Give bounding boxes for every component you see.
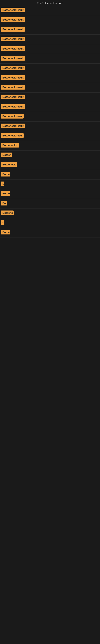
bottleneck-badge[interactable]: Bottleneck result [1, 17, 25, 22]
result-row: Bottleneck result [0, 44, 100, 54]
result-row: B [0, 180, 100, 189]
result-row: Bottle [0, 189, 100, 199]
result-row: Bottleneck result [0, 73, 100, 83]
site-title-container: TheBottlenecker.com [0, 0, 100, 6]
bottleneck-badge[interactable]: Bottleneck result [1, 104, 25, 109]
bottleneck-badge[interactable]: Bottleneck result [1, 75, 25, 80]
result-row: Bottleneck resu [0, 131, 100, 141]
result-row: Bottleneck r [0, 141, 100, 150]
bottleneck-badge[interactable]: Bottlens [1, 210, 14, 215]
result-row: Bottleneck result [0, 92, 100, 102]
bottleneck-badge[interactable]: Bottle [1, 191, 10, 196]
result-row: Bottlen [0, 150, 100, 160]
bottleneck-badge[interactable]: Bottleneck result [1, 37, 25, 41]
result-row: Bottleneck result [0, 122, 100, 131]
bottleneck-badge[interactable]: Bott [1, 201, 7, 206]
bottleneck-badge[interactable]: Bottleneck result [1, 27, 25, 32]
bottleneck-badge[interactable]: Bottleneck result [1, 124, 25, 128]
bottleneck-badge[interactable]: Bottleneck result [1, 94, 25, 99]
bottleneck-badge[interactable]: B [1, 182, 4, 186]
result-row: Bottleneck result [0, 64, 100, 73]
bottleneck-badge[interactable]: Bottleneck r [1, 143, 19, 148]
bottleneck-badge[interactable]: Bottleneck [1, 162, 17, 167]
results-container: Bottleneck resultBottleneck resultBottle… [0, 6, 100, 238]
result-row: Bottlens [0, 208, 100, 218]
bottleneck-badge[interactable]: Bottleneck result [1, 56, 25, 60]
result-row: Bottleneck result [0, 34, 100, 44]
result-row: Bottleneck resu [0, 112, 100, 122]
bottleneck-badge[interactable]: Bottlen [1, 152, 12, 157]
result-row: s [0, 218, 100, 228]
bottleneck-badge[interactable]: Bottleneck resu [1, 114, 24, 118]
bottleneck-badge[interactable]: Bottleneck resu [1, 133, 24, 138]
result-row: Bottleneck result [0, 6, 100, 15]
bottleneck-badge[interactable]: Bottleneck result [1, 66, 25, 70]
bottleneck-badge[interactable]: Bottle [1, 230, 10, 234]
result-row: Bott [0, 199, 100, 208]
result-row: Bottleneck result [0, 102, 100, 112]
result-row: Bottle [0, 170, 100, 180]
result-row: Bottleneck result [0, 25, 100, 34]
bottleneck-badge[interactable]: s [1, 220, 4, 225]
result-row: Bottle [0, 228, 100, 238]
site-title: TheBottlenecker.com [0, 0, 100, 6]
bottleneck-badge[interactable]: Bottleneck result [1, 46, 25, 51]
bottleneck-badge[interactable]: Bottleneck result [1, 8, 25, 12]
result-row: Bottleneck result [0, 54, 100, 64]
result-row: Bottleneck [0, 160, 100, 170]
bottleneck-badge[interactable]: Bottle [1, 172, 10, 176]
result-row: Bottleneck result [0, 15, 100, 25]
result-row: Bottleneck result [0, 83, 100, 92]
bottleneck-badge[interactable]: Bottleneck result [1, 85, 25, 90]
